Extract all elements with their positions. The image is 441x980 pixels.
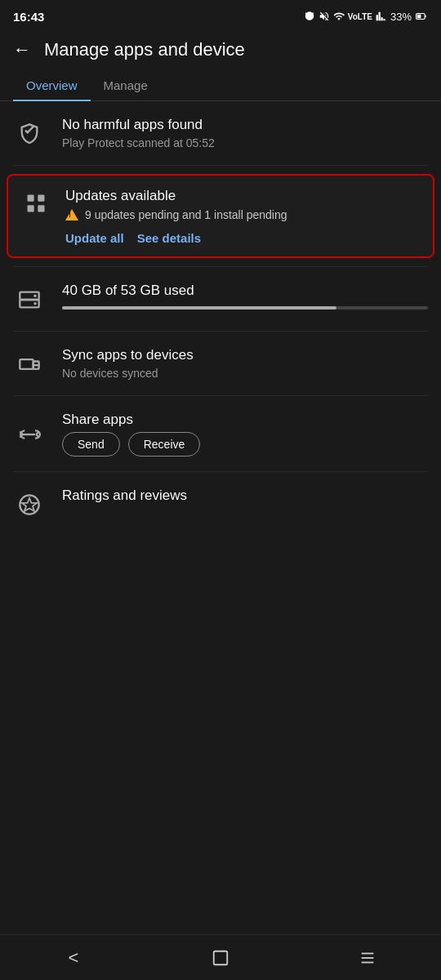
nav-back-button[interactable]: < (49, 942, 98, 974)
wifi-icon (333, 11, 345, 22)
volte-icon: VoLTE (348, 12, 372, 21)
tab-manage[interactable]: Manage (91, 70, 161, 100)
send-button[interactable]: Send (62, 432, 120, 457)
update-buttons: Update all See details (65, 231, 421, 245)
see-details-button[interactable]: See details (137, 231, 201, 245)
back-button[interactable]: ← (13, 39, 31, 60)
svg-rect-11 (20, 359, 33, 369)
ratings-section: Ratings and reviews (0, 472, 441, 536)
play-protect-content: No harmful apps found Play Protect scann… (62, 116, 428, 149)
shield-icon (13, 118, 46, 150)
sync-apps-content: Sync apps to devices No devices synced (62, 346, 428, 380)
storage-content: 40 GB of 53 GB used (62, 282, 428, 310)
apps-grid-icon (20, 187, 52, 220)
share-apps-buttons: Send Receive (62, 432, 428, 457)
svg-rect-3 (28, 195, 34, 202)
update-all-button[interactable]: Update all (65, 231, 124, 245)
svg-line-16 (36, 432, 39, 435)
status-bar: 16:43 VoLTE 33% (0, 0, 441, 29)
play-protect-title: No harmful apps found (62, 116, 428, 134)
sync-apps-subtitle: No devices synced (62, 367, 428, 380)
sync-devices-icon (13, 348, 46, 381)
svg-point-10 (33, 302, 37, 305)
storage-bar (62, 306, 428, 310)
share-apps-icon (13, 418, 46, 451)
svg-line-17 (36, 434, 39, 438)
status-time: 16:43 (13, 10, 44, 24)
updates-section: Updates available 9 updates pending and … (7, 174, 434, 258)
divider-1 (13, 165, 428, 166)
star-icon (13, 488, 46, 521)
ratings-content: Ratings and reviews (62, 487, 428, 505)
storage-icon (13, 283, 46, 316)
ratings-title: Ratings and reviews (62, 487, 428, 505)
warning-triangle-icon (65, 209, 78, 220)
nav-home-button[interactable] (196, 942, 245, 974)
updates-content: Updates available 9 updates pending and … (65, 187, 421, 245)
svg-rect-5 (28, 205, 34, 212)
share-apps-title: Share apps (62, 411, 428, 429)
svg-marker-19 (22, 498, 37, 511)
status-icons: VoLTE 33% (304, 11, 428, 23)
svg-rect-6 (38, 205, 44, 212)
receive-button[interactable]: Receive (128, 432, 201, 457)
header: ← Manage apps and device (0, 29, 441, 70)
svg-rect-20 (214, 951, 228, 964)
updates-wrapper: Updates available 9 updates pending and … (0, 174, 441, 258)
update-warning-row: 9 updates pending and 1 install pending (65, 208, 421, 221)
battery-percentage: 33% (390, 11, 412, 23)
svg-marker-2 (24, 126, 34, 134)
mute-icon (318, 11, 330, 22)
svg-rect-1 (417, 15, 421, 19)
svg-point-9 (33, 295, 37, 298)
tabs-container: Overview Manage (0, 70, 441, 101)
alarm-icon (304, 11, 315, 22)
play-protect-subtitle: Play Protect scanned at 05:52 (62, 136, 428, 149)
svg-rect-4 (38, 195, 44, 202)
update-description: 9 updates pending and 1 install pending (85, 208, 287, 221)
nav-recents-button[interactable] (343, 942, 392, 974)
signal-icon (376, 11, 387, 22)
storage-bar-fill (62, 306, 336, 310)
share-apps-section: Share apps Send Receive (0, 396, 441, 471)
navigation-bar: < (0, 934, 441, 980)
sync-apps-section: Sync apps to devices No devices synced (0, 332, 441, 395)
play-protect-section: No harmful apps found Play Protect scann… (0, 101, 441, 165)
sync-apps-title: Sync apps to devices (62, 346, 428, 364)
updates-title: Updates available (65, 187, 421, 205)
storage-title: 40 GB of 53 GB used (62, 282, 428, 300)
page-title: Manage apps and device (44, 39, 245, 60)
battery-icon (415, 11, 428, 22)
storage-section: 40 GB of 53 GB used (0, 267, 441, 331)
tab-overview[interactable]: Overview (13, 70, 91, 100)
share-apps-content: Share apps Send Receive (62, 411, 428, 457)
